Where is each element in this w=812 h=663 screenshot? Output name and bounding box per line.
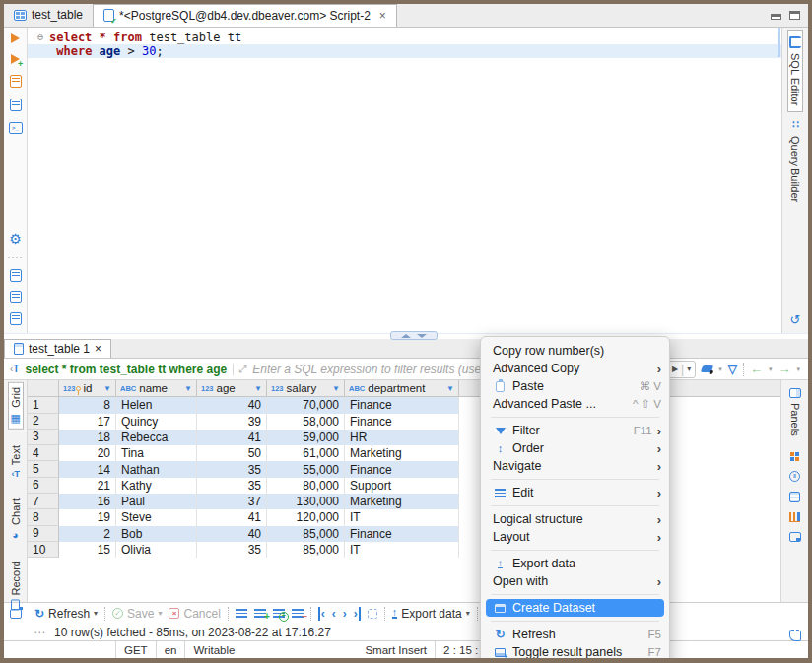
execute-new-tab-icon[interactable] (11, 54, 20, 64)
cell-age[interactable]: 37 (197, 494, 267, 509)
cell-age[interactable]: 39 (197, 414, 267, 430)
value-viewer-icon[interactable] (790, 452, 799, 461)
status-language[interactable]: en (156, 641, 185, 658)
cell-id[interactable]: 19 (59, 509, 116, 525)
metadata-panel-icon[interactable] (789, 532, 801, 542)
filter-query-text[interactable]: select * from test_table tt where age (25, 363, 227, 376)
sort-dropdown-icon[interactable]: ▼ (254, 384, 262, 393)
cell-age[interactable]: 40 (197, 526, 267, 542)
maximize-icon[interactable] (789, 11, 800, 20)
edit-cell-icon[interactable] (236, 609, 247, 618)
cell-salary[interactable]: 59,000 (267, 430, 345, 445)
doc-export-icon[interactable] (10, 269, 22, 282)
cell-salary[interactable]: 61,000 (267, 445, 345, 461)
sort-dropdown-icon[interactable]: ▼ (184, 384, 192, 393)
cell-name[interactable]: Olivia (116, 542, 197, 558)
row-number[interactable]: 1 (28, 397, 59, 413)
tab-grid[interactable]: ▦ Grid (8, 382, 24, 430)
cell-age[interactable]: 35 (197, 542, 267, 558)
fold-icon[interactable]: ⊖ (37, 31, 49, 44)
expand-icon[interactable]: ⤢ (233, 364, 246, 375)
cell-id[interactable]: 21 (59, 478, 116, 494)
execute-script-icon[interactable] (10, 75, 22, 88)
tab-sql-script[interactable]: *<PostgreSQL@db4.dev.dbeaver.com> Script… (93, 4, 397, 27)
tab-test-table[interactable]: test_table (4, 4, 93, 27)
doc-log-icon[interactable] (10, 312, 22, 325)
save-button[interactable]: ✓ Save ▾ (112, 607, 162, 621)
cell-name[interactable]: Steve (116, 509, 197, 525)
row-number[interactable]: 8 (28, 509, 59, 525)
open-new-window-icon[interactable] (10, 609, 22, 619)
cell-department[interactable]: Support (345, 478, 459, 494)
cell-age[interactable]: 41 (197, 509, 267, 525)
row-number[interactable]: 3 (28, 430, 59, 445)
row-number[interactable]: 4 (28, 445, 59, 461)
cell-age[interactable]: 41 (197, 430, 267, 445)
menu-item-copy-row-number-s[interactable]: Copy row number(s) (481, 342, 669, 360)
collapse-down-icon[interactable] (417, 334, 427, 338)
cell-id[interactable]: 8 (59, 397, 116, 413)
column-header-age[interactable]: 123 age ▼ (197, 380, 267, 396)
cell-salary[interactable]: 70,000 (267, 397, 345, 413)
row-number[interactable]: 7 (28, 494, 59, 509)
sql-console-icon[interactable]: >_ (9, 122, 23, 134)
history-forward-icon[interactable]: → (778, 362, 790, 376)
cell-salary[interactable]: 80,000 (267, 478, 345, 494)
cell-salary[interactable]: 120,000 (267, 509, 345, 525)
row-number[interactable]: 10 (28, 542, 59, 558)
menu-item-advanced-paste[interactable]: Advanced Paste ...^ ⇧ V (481, 395, 669, 413)
sql-editor[interactable]: ⊖select * from test_table tt where age >… (28, 28, 781, 334)
first-row-icon[interactable]: ‹ (318, 607, 325, 621)
more-dots-icon[interactable]: ⋯ (34, 626, 46, 639)
tab-sql-editor[interactable]: SQL Editor (787, 30, 803, 112)
cell-id[interactable]: 15 (59, 542, 116, 558)
column-header-department[interactable]: ABC department ▼ (345, 380, 459, 396)
filter-funnel-icon[interactable]: ▽ (728, 363, 737, 376)
sash-collapse-buttons[interactable] (390, 331, 438, 340)
apply-filter-button[interactable]: ▶ | ▾ (667, 361, 696, 378)
menu-item-paste[interactable]: Paste⌘ V (481, 377, 669, 395)
menu-item-refresh[interactable]: ↻RefreshF5 (481, 626, 669, 643)
minimize-icon[interactable] (771, 14, 781, 20)
close-icon[interactable]: × (379, 9, 386, 23)
clear-filter-icon[interactable] (701, 365, 714, 372)
cell-name[interactable]: Nathan (116, 461, 197, 477)
cell-department[interactable]: Finance (345, 461, 459, 477)
overflow-dots-icon[interactable]: ···· (8, 254, 24, 260)
tab-chart[interactable]: ◕ Chart (9, 495, 23, 545)
cell-salary[interactable]: 55,000 (267, 461, 345, 477)
row-number[interactable]: 5 (28, 461, 59, 477)
row-number[interactable]: 6 (28, 478, 59, 494)
cell-name[interactable]: Rebecca (116, 430, 197, 445)
close-icon[interactable]: × (95, 342, 102, 356)
cell-name[interactable]: Paul (116, 494, 197, 509)
doc-error-icon[interactable] (10, 291, 22, 303)
explain-plan-icon[interactable] (10, 99, 22, 111)
duplicate-row-icon[interactable] (273, 609, 285, 618)
cell-department[interactable]: Finance (345, 397, 459, 413)
cell-age[interactable]: 50 (197, 445, 267, 461)
cell-department[interactable]: Marketing (345, 494, 459, 509)
add-row-icon[interactable] (254, 609, 266, 618)
column-header-id[interactable]: 123 id ▼ (59, 380, 116, 396)
tab-text[interactable]: ‹T Text (9, 441, 23, 483)
cell-age[interactable]: 35 (197, 478, 267, 494)
sort-dropdown-icon[interactable]: ▼ (446, 384, 454, 393)
cell-name[interactable]: Quincy (116, 414, 197, 430)
previous-row-icon[interactable]: ‹ (332, 607, 336, 621)
cell-id[interactable]: 16 (59, 494, 116, 509)
corner-cell[interactable] (28, 380, 59, 396)
cell-id[interactable]: 14 (59, 461, 116, 477)
cell-salary[interactable]: 85,000 (267, 526, 345, 542)
cell-department[interactable]: Finance (345, 414, 459, 430)
row-number[interactable]: 9 (28, 526, 59, 542)
refresh-button[interactable]: ↻ Refresh ▾ (34, 607, 98, 621)
cell-department[interactable]: IT (345, 509, 459, 525)
delete-row-icon[interactable] (292, 609, 304, 618)
history-back-icon[interactable]: ← (750, 362, 763, 376)
cell-salary[interactable]: 85,000 (267, 542, 345, 558)
cell-department[interactable]: IT (345, 542, 459, 558)
caret-down-icon[interactable]: ▾ (796, 365, 800, 373)
last-row-icon[interactable]: › (354, 607, 361, 621)
cell-name[interactable]: Bob (116, 526, 197, 542)
